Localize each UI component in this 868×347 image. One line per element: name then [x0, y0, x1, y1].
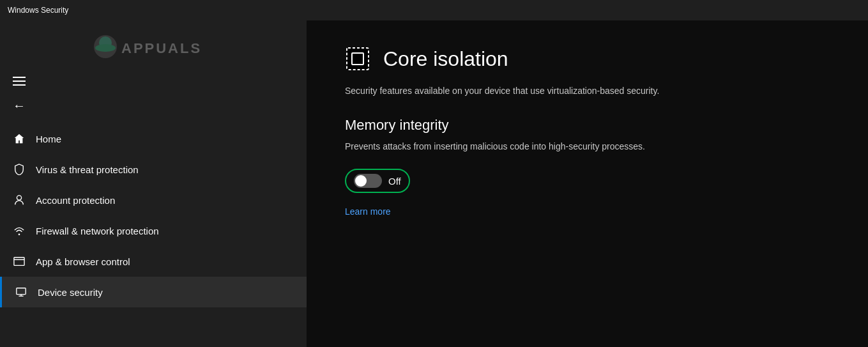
home-icon: [13, 132, 26, 145]
sidebar-item-virus-label: Virus & threat protection: [36, 164, 139, 175]
svg-point-4: [17, 196, 21, 200]
sidebar-item-device-security[interactable]: Device security: [0, 277, 307, 307]
svg-rect-5: [14, 258, 24, 266]
sidebar-nav: Home Virus & threat protection: [0, 123, 307, 307]
svg-text:APPUALS: APPUALS: [121, 40, 202, 56]
core-isolation-icon: [345, 46, 370, 72]
sidebar-item-account-label: Account protection: [36, 195, 115, 206]
back-button[interactable]: ←: [0, 93, 307, 118]
memory-integrity-toggle-wrapper[interactable]: Off: [345, 169, 410, 193]
logo-area: APPUALS: [0, 20, 307, 72]
wifi-icon: [13, 224, 26, 237]
sidebar-item-app-browser-label: App & browser control: [36, 256, 130, 267]
sidebar-item-firewall[interactable]: Firewall & network protection: [0, 215, 307, 246]
title-bar-title: Windows Security: [8, 6, 68, 15]
svg-rect-11: [352, 53, 363, 65]
content-area: Core isolation Security features availab…: [307, 20, 868, 347]
page-title: Core isolation: [383, 47, 508, 71]
person-icon: [13, 194, 26, 206]
svg-rect-7: [17, 288, 26, 295]
title-bar: Windows Security: [0, 0, 868, 20]
sidebar-item-home[interactable]: Home: [0, 123, 307, 154]
back-arrow-icon: ←: [13, 98, 26, 113]
hamburger-line-2: [13, 81, 26, 82]
app-container: APPUALS ← Home: [0, 20, 868, 347]
sidebar-item-account[interactable]: Account protection: [0, 185, 307, 215]
page-header: Core isolation: [345, 46, 830, 72]
toggle-container: Off: [345, 169, 830, 193]
memory-integrity-toggle[interactable]: [354, 174, 382, 188]
device-icon: [15, 286, 27, 298]
sidebar: APPUALS ← Home: [0, 20, 307, 347]
hamburger-button[interactable]: [0, 72, 307, 91]
memory-integrity-title: Memory integrity: [345, 117, 830, 134]
memory-integrity-description: Prevents attacks from inserting maliciou…: [345, 140, 760, 153]
sidebar-item-virus[interactable]: Virus & threat protection: [0, 154, 307, 185]
hamburger-line-1: [13, 77, 26, 78]
svg-point-2: [95, 44, 116, 52]
page-description: Security features available on your devi…: [345, 84, 792, 98]
learn-more-link[interactable]: Learn more: [345, 206, 391, 217]
appuals-logo: APPUALS: [89, 29, 217, 64]
sidebar-item-app-browser[interactable]: App & browser control: [0, 246, 307, 277]
shield-icon: [13, 163, 26, 176]
browser-icon: [13, 255, 26, 268]
sidebar-item-firewall-label: Firewall & network protection: [36, 226, 159, 236]
toggle-off-label: Off: [388, 176, 401, 187]
sidebar-item-device-security-label: Device security: [38, 287, 103, 298]
sidebar-item-home-label: Home: [36, 134, 61, 144]
toggle-knob: [355, 175, 367, 187]
hamburger-line-3: [13, 84, 26, 86]
